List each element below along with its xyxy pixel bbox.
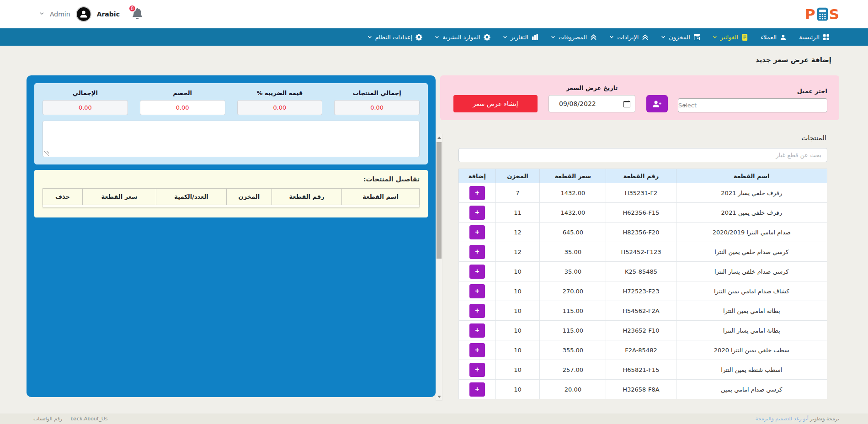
product-price: 645.00 [540,223,606,242]
total-products-input[interactable]: 0.00 [334,100,420,115]
details-table-header: اسم القطعة رقم القطعة المخزن العدد/الكمي… [43,189,420,205]
product-row: بطانه امامي يمين النترا H54562-F2A 115.0… [459,301,827,321]
date-value: 09/08/2022 [559,100,596,107]
product-stock: 10 [495,340,540,360]
tax-input[interactable]: 0.00 [237,100,323,115]
nav-item-revenues[interactable]: الإيرادات [609,34,649,41]
notes-textarea[interactable] [43,121,420,157]
nav-item-hr[interactable]: الموارد البشرية [435,34,490,41]
nav-item-home[interactable]: الرئيسية [799,34,830,41]
add-product-button[interactable]: + [469,284,485,298]
product-price: 1432.00 [540,183,606,203]
product-number: H23652-F10 [606,321,676,340]
nav-item-reports[interactable]: التقارير [503,34,538,41]
nav-item-expenses[interactable]: المصروفات [551,34,597,41]
product-row: رفرف خلفي يسار 2021 H35231-F2 1432.00 7 … [459,183,827,203]
col-stock: المخزن [495,169,540,183]
chevron-down-icon [367,35,372,39]
nav-label: الموارد البشرية [442,34,480,41]
about-link[interactable]: back.About_Us [70,416,107,422]
quote-date-input[interactable]: 09/08/2022 [548,95,635,112]
admin-menu[interactable]: Admin [50,11,70,18]
whatsapp-link[interactable]: رقم الواتساب [33,416,62,422]
product-row: كرسي صدام خلفي يمين النترا H52452-F123 3… [459,242,827,262]
add-product-button[interactable]: + [469,304,485,318]
store-icon [693,34,700,41]
product-name: سطب خلفي يمين النترا 2020 [676,340,827,360]
notification-badge: 8 [128,5,136,12]
details-title: تفاصيل المنتجات: [43,175,420,183]
product-number: H52452-F123 [606,242,676,262]
scrollbar-thumb[interactable] [437,142,442,259]
quote-summary-panel: إجمالي المنتجات 0.00 قيمة الضريبة % 0.00… [27,75,436,397]
resize-handle[interactable] [44,151,49,156]
notifications-button[interactable]: 8 [132,8,143,21]
nav-label: المخزون [669,34,690,41]
product-name: كرسي صدام امامي يمين [676,380,827,399]
add-client-button[interactable] [646,95,668,112]
col-part-name: اسم القطعة [676,169,827,183]
product-stock: 12 [495,242,540,262]
pos-logo[interactable]: P S [805,6,840,22]
avatar[interactable] [76,6,91,22]
nav-item-inventory[interactable]: المخزون [661,34,700,41]
products-title: المنتجات [459,134,826,142]
credit-text: برمجة وتطوير أبو رغد للتصميم والبرمجة [756,416,839,422]
nav-item-system-settings[interactable]: إعدادات النظام [367,34,423,41]
product-row: كرسي صدام خلفي يسار النترا K25-85485 35.… [459,262,827,281]
product-row: صدام امامي النترا 2020/2019 H82356-F20 6… [459,223,827,242]
invoice-icon [741,34,748,41]
add-product-button[interactable]: + [469,206,485,220]
add-product-button[interactable]: + [469,265,485,279]
add-product-button[interactable]: + [469,363,485,377]
total-products-value: 0.00 [370,104,383,111]
product-number: F2A-85482 [606,340,676,360]
product-stock: 10 [495,262,540,281]
nav-label: المصروفات [559,34,587,41]
add-product-button[interactable]: + [469,186,485,200]
product-number: H65821-F15 [606,360,676,380]
discount-input[interactable]: 0.00 [140,100,225,115]
scroll-up-arrow[interactable] [436,134,442,141]
quote-details-panel: تفاصيل المنتجات: اسم القطعة رقم القطعة ا… [34,170,428,217]
chevron-down-icon [609,35,614,39]
credit-link[interactable]: أبو رغد للتصميم والبرمجة [756,416,809,422]
product-price: 35.00 [540,262,606,281]
search-input[interactable] [458,148,827,162]
person-icon [79,10,88,19]
nav-item-clients[interactable]: العملاء [761,34,787,41]
nav-label: الرئيسية [799,34,820,41]
product-stock: 10 [495,321,540,340]
add-product-button[interactable]: + [469,382,485,397]
language-switch[interactable]: Arabic [97,11,120,18]
products-table-header: اسم القطعة رقم القطعة سعر القطعة المخزن … [459,169,827,183]
product-number: H72523-F23 [606,281,676,301]
product-row: بطانة امامي يسار النترا H23652-F10 115.0… [459,321,827,340]
scroll-down-arrow[interactable] [436,393,442,400]
client-select[interactable]: Select [678,98,827,112]
add-product-button[interactable]: + [469,245,485,259]
footer: رقم الواتساب back.About_Us برمجة وتطوير … [0,413,868,424]
nav-item-invoices[interactable]: الفواتير [713,34,748,41]
products-scrollbar[interactable] [436,134,442,401]
add-product-button[interactable]: + [469,323,485,338]
col-part-price: سعر القطعة [540,169,606,183]
date-label: تاريخ عرض السعر [548,85,635,91]
col-part-number: رقم القطعة [606,169,676,183]
chevron-down-icon[interactable] [39,11,44,17]
tax-label: قيمة الضريبة % [237,90,323,96]
bar-chart-icon [532,34,538,41]
add-product-button[interactable]: + [469,343,485,357]
product-number: H54562-F2A [606,301,676,321]
products-table-body: رفرف خلفي يسار 2021 H35231-F2 1432.00 7 … [459,183,827,399]
product-name: رفرف خلفي يسار 2021 [676,183,827,203]
product-stock: 11 [495,203,540,223]
create-quote-button[interactable]: إنشاء عرض سعر [453,95,538,112]
chevron-down-icon [661,35,666,39]
col-part-number: رقم القطعة [272,189,342,205]
grand-total-input[interactable]: 0.00 [43,100,128,115]
add-product-button[interactable]: + [469,225,485,239]
product-name: صدام امامي النترا 2020/2019 [676,223,827,242]
nav-label: إعدادات النظام [375,34,413,41]
product-row: رفرف خلفي يمين 2021 H62356-F15 1432.00 1… [459,203,827,223]
